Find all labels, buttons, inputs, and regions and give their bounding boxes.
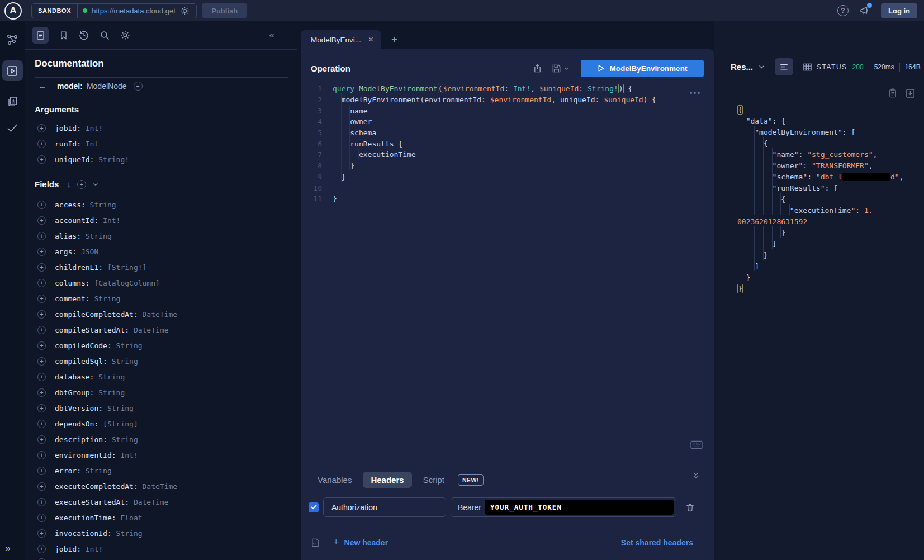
- editor-line[interactable]: 9}: [301, 172, 691, 183]
- field-row[interactable]: + dbtVersion: String: [35, 400, 297, 416]
- table-view-toggle[interactable]: [798, 58, 817, 75]
- add-field-icon[interactable]: +: [37, 248, 46, 256]
- search-icon[interactable]: [99, 30, 110, 40]
- raw-view-toggle[interactable]: [775, 58, 793, 75]
- add-field-icon[interactable]: +: [37, 216, 46, 225]
- help-icon[interactable]: ?: [837, 5, 849, 16]
- add-field-icon[interactable]: +: [37, 420, 46, 428]
- add-field-icon[interactable]: +: [37, 232, 46, 240]
- back-arrow-icon[interactable]: ←: [35, 81, 50, 91]
- graphql-editor[interactable]: 1query ModelByEnvironment($environmentId…: [301, 83, 691, 205]
- new-header-button[interactable]: + New header: [333, 537, 388, 548]
- header-enabled-checkbox[interactable]: [309, 502, 319, 512]
- add-field-icon[interactable]: +: [37, 326, 46, 334]
- bookmarks-icon[interactable]: [59, 31, 68, 40]
- save-icon[interactable]: [552, 64, 561, 73]
- save-chevron-icon[interactable]: [563, 65, 570, 72]
- field-row[interactable]: + columns: [CatalogColumn]: [35, 275, 297, 291]
- response-json[interactable]: { "data": { "modelByEnvironment": [ { "n…: [737, 104, 924, 294]
- editor-line[interactable]: 2modelByEnvironment(environmentId: $envi…: [301, 94, 691, 106]
- field-row[interactable]: + accountId: Int!: [35, 212, 297, 228]
- add-field-icon[interactable]: +: [37, 545, 46, 553]
- editor-line[interactable]: 4owner: [301, 116, 691, 127]
- tab-headers[interactable]: Headers: [363, 472, 411, 488]
- collapse-panel-icon[interactable]: «: [269, 30, 274, 41]
- add-field-icon[interactable]: +: [37, 295, 46, 303]
- add-all-fields-icon[interactable]: +: [134, 82, 143, 91]
- endpoint-settings-gear-icon[interactable]: [180, 6, 189, 16]
- add-field-icon[interactable]: +: [37, 404, 46, 412]
- announcements-button[interactable]: [859, 5, 870, 16]
- add-field-icon[interactable]: +: [37, 514, 46, 522]
- field-row[interactable]: + args: JSON: [35, 244, 297, 259]
- tab-script[interactable]: Script: [416, 472, 451, 488]
- field-row[interactable]: + executeCompletedAt: DateTime: [35, 478, 297, 494]
- tab-variables[interactable]: Variables: [311, 472, 358, 488]
- chevron-down-icon[interactable]: [92, 181, 99, 188]
- field-row[interactable]: + alias: String: [35, 228, 297, 244]
- field-row[interactable]: + executionTime: Float: [35, 510, 297, 525]
- download-response-icon[interactable]: [906, 88, 915, 98]
- add-field-icon[interactable]: +: [37, 373, 46, 381]
- add-field-icon[interactable]: +: [37, 140, 46, 148]
- field-row[interactable]: + executeStartedAt: DateTime: [35, 494, 297, 510]
- field-row[interactable]: + invocationId: String: [35, 525, 297, 541]
- keyboard-shortcuts-icon[interactable]: [690, 440, 703, 449]
- documentation-tab-icon[interactable]: [32, 27, 49, 44]
- editor-line[interactable]: 6runResults {: [301, 138, 691, 149]
- field-row[interactable]: + database: String: [35, 369, 297, 385]
- field-row[interactable]: + jobId: Int!: [35, 541, 297, 557]
- login-button[interactable]: Log in: [881, 3, 917, 18]
- add-field-icon[interactable]: +: [37, 467, 46, 475]
- explorer-nav-item[interactable]: [2, 60, 23, 81]
- editor-line[interactable]: 7executionTime: [301, 149, 691, 160]
- endpoint-url[interactable]: https://metadata.cloud.get: [92, 7, 176, 15]
- editor-line[interactable]: 8}: [301, 160, 691, 172]
- share-icon[interactable]: [533, 63, 542, 73]
- add-field-icon[interactable]: +: [37, 529, 46, 538]
- field-row[interactable]: + compiledSql: String: [35, 353, 297, 369]
- field-row[interactable]: + childrenL1: [String!]: [35, 259, 297, 275]
- add-field-icon[interactable]: +: [37, 498, 46, 506]
- field-row[interactable]: + compileStartedAt: DateTime: [35, 322, 297, 338]
- add-field-icon[interactable]: +: [37, 155, 46, 164]
- copy-response-icon[interactable]: [888, 88, 897, 98]
- sort-fields-icon[interactable]: ↓: [67, 179, 71, 189]
- field-row[interactable]: + description: String: [35, 431, 297, 447]
- field-row[interactable]: + compiledCode: String: [35, 338, 297, 353]
- editor-line[interactable]: 5schema: [301, 127, 691, 139]
- header-key-input[interactable]: Authorization: [323, 497, 446, 517]
- add-fields-icon[interactable]: +: [77, 180, 86, 189]
- endpoint-url-field[interactable]: https://metadata.cloud.get: [78, 4, 196, 18]
- field-row[interactable]: + environmentId: Int!: [35, 447, 297, 463]
- operation-tab[interactable]: ModelByEnvi... ×: [301, 30, 381, 49]
- close-tab-icon[interactable]: ×: [367, 35, 375, 45]
- editor-line[interactable]: 3name: [301, 105, 691, 116]
- add-field-icon[interactable]: +: [37, 124, 46, 132]
- explorer-settings-gear-icon[interactable]: [120, 30, 130, 40]
- sandbox-pages-icon[interactable]: [7, 96, 18, 107]
- new-tab-button[interactable]: +: [391, 34, 397, 46]
- argument-row[interactable]: + uniqueId: String!: [35, 151, 297, 167]
- add-field-icon[interactable]: +: [37, 310, 46, 319]
- run-operation-button[interactable]: ModelByEnvironment: [581, 60, 704, 77]
- header-presets-icon[interactable]: [311, 538, 320, 548]
- header-value-input[interactable]: Bearer YOUR_AUTH_TOKEN: [451, 497, 676, 517]
- editor-line[interactable]: 1query ModelByEnvironment($environmentId…: [301, 83, 691, 94]
- field-row[interactable]: + dependsOn: [String]: [35, 416, 297, 431]
- add-field-icon[interactable]: +: [37, 388, 46, 397]
- add-field-icon[interactable]: +: [37, 201, 46, 209]
- publish-button[interactable]: Publish: [202, 3, 247, 18]
- set-shared-headers-link[interactable]: Set shared headers: [621, 538, 693, 547]
- collapse-section-icon[interactable]: [691, 472, 700, 480]
- argument-row[interactable]: + runId: Int: [35, 136, 297, 151]
- argument-row[interactable]: + jobId: Int!: [35, 120, 297, 136]
- add-field-icon[interactable]: +: [37, 263, 46, 272]
- add-field-icon[interactable]: +: [37, 435, 46, 444]
- add-field-icon[interactable]: +: [37, 357, 46, 366]
- checks-icon[interactable]: [6, 122, 18, 134]
- model-type-link[interactable]: ModelNode: [87, 82, 127, 91]
- add-field-icon[interactable]: +: [37, 482, 46, 491]
- expand-rail-button[interactable]: »: [5, 543, 11, 554]
- add-field-icon[interactable]: +: [37, 341, 46, 350]
